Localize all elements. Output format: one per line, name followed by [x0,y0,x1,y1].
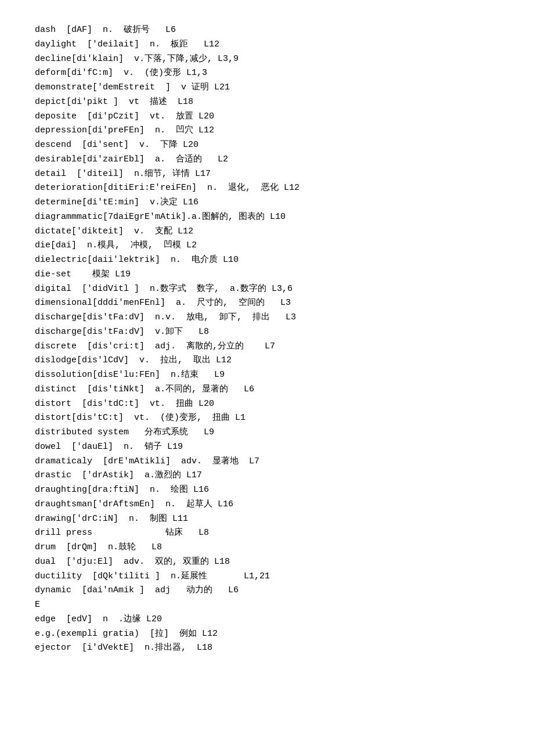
dict-entry-dramaticaly: dramaticaly [drE'mAtikli] adv. 显著地 L7 [35,455,499,469]
dict-entry-eg: e.g.(exempli gratia) [拉] 例如 L12 [35,627,499,642]
dict-entry-ductility: ductility [dQk'tiliti ] n.延展性 L1,21 [35,570,499,584]
dict-entry-draughting: draughting[dra:ftiN] n. 绘图 L16 [35,483,499,498]
dict-entry-distributed-system: distributed system 分布式系统 L9 [35,426,499,440]
dict-entry-drastic: drastic ['drAstik] a.激烈的 L17 [35,469,499,483]
dict-entry-discharge1: discharge[dis'tFa:dV] n.v. 放电, 卸下, 排出 L3 [35,311,499,325]
dict-entry-distinct: distinct [dis'tiNkt] a.不同的, 显著的 L6 [35,383,499,397]
dict-entry-dislodge: dislodge[dis'lCdV] v. 拉出, 取出 L12 [35,354,499,368]
dict-entry-dictate: dictate['dikteit] v. 支配 L12 [35,225,499,239]
dict-entry-section-e: E [35,598,499,613]
dict-entry-edge: edge [edV] n .边缘 L20 [35,613,499,627]
dict-entry-distort1: distort [dis'tdC:t] vt. 扭曲 L20 [35,397,499,412]
dict-entry-desirable: desirable[di'zairEbl] a. 合适的 L2 [35,153,499,167]
dict-entry-draughtsman: draughtsman['drAftsmEn] n. 起草人 L16 [35,498,499,512]
dict-entry-dimensional: dimensional[dddi'menFEnl] a. 尺寸的, 空间的 L3 [35,296,499,311]
dict-entry-distort2: distort[dis'tC:t] vt. (使)变形, 扭曲 L1 [35,411,499,426]
dictionary-content: dash [dAF] n. 破折号 L6daylight ['deilait] … [35,23,499,656]
dict-entry-dash: dash [dAF] n. 破折号 L6 [35,23,499,38]
dict-entry-dielectric: dielectric[daii'lektrik] n. 电介质 L10 [35,253,499,268]
dict-entry-deform: deform[di'fC:m] v. (使)变形 L1,3 [35,66,499,81]
dict-entry-dynamic: dynamic [dai'nAmik ] adj 动力的 L6 [35,584,499,598]
dict-entry-depict: depict[di'pikt ] vt 描述 L18 [35,95,499,110]
dict-entry-depression: depression[di'preFEn] n. 凹穴 L12 [35,124,499,138]
dict-entry-drawing: drawing['drC:iN] n. 制图 L11 [35,512,499,527]
dict-entry-drill-press: drill press 钻床 L8 [35,526,499,541]
dict-entry-descend: descend [di'sent] v. 下降 L20 [35,138,499,153]
dict-entry-dissolution: dissolution[disE'lu:FEn] n.结束 L9 [35,368,499,383]
dict-entry-decline: decline[di'klain] v.下落,下降,减少, L3,9 [35,52,499,67]
dict-entry-digital: digital ['didVitl ] n.数字式 数字, a.数字的 L3,6 [35,282,499,297]
dict-entry-daylight: daylight ['deilait] n. 板距 L12 [35,38,499,52]
dict-entry-deterioration: deterioration[ditiEri:E'reiFEn] n. 退化, 恶… [35,181,499,196]
dict-entry-discrete: discrete [dis'cri:t] adj. 离散的,分立的 L7 [35,340,499,354]
dict-entry-ejector: ejector [i'dVektE] n.排出器, L18 [35,641,499,656]
dict-entry-die: die[dai] n.模具, 冲模, 凹模 L2 [35,239,499,253]
dict-entry-dowel: dowel ['dauEl] n. 销子 L19 [35,440,499,455]
dict-entry-die-set: die-set 模架 L19 [35,268,499,282]
dict-entry-dual: dual ['dju:El] adv. 双的, 双重的 L18 [35,555,499,570]
dict-entry-discharge2: discharge[dis'tFa:dV] v.卸下 L8 [35,325,499,340]
dict-entry-determine: determine[di'tE:min] v.决定 L16 [35,196,499,210]
dict-entry-diagrammmatic: diagrammmatic[7daiEgrE'mAtik].a.图解的, 图表的… [35,210,499,225]
dict-entry-drum: drum [drQm] n.鼓轮 L8 [35,541,499,555]
dict-entry-demonstrate: demonstrate['demEstreit ] v 证明 L21 [35,81,499,95]
dict-entry-deposite: deposite [di'pCzit] vt. 放置 L20 [35,110,499,124]
dict-entry-detail: detail ['diteil] n.细节, 详情 L17 [35,167,499,182]
